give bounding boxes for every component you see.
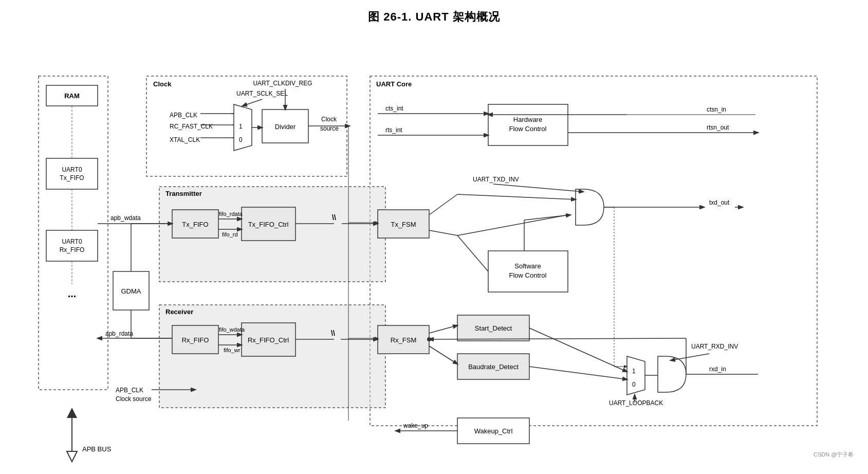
svg-line-111 (529, 328, 627, 372)
svg-text:rts_int: rts_int (385, 126, 402, 134)
svg-rect-33 (488, 251, 568, 292)
svg-text:RAM: RAM (64, 92, 80, 100)
svg-text:fifo_wr: fifo_wr (224, 347, 241, 353)
svg-text:APB_CLK: APB_CLK (170, 112, 197, 119)
svg-text:rtsn_out: rtsn_out (707, 124, 729, 131)
svg-text:Flow Control: Flow Control (509, 125, 546, 133)
svg-text:Divider: Divider (274, 123, 296, 131)
svg-text:Rx_FIFO: Rx_FIFO (181, 336, 209, 344)
svg-rect-13 (113, 271, 149, 310)
svg-text:RC_FAST_CLK: RC_FAST_CLK (170, 123, 213, 130)
svg-rect-52 (457, 354, 529, 379)
svg-rect-2 (370, 76, 817, 426)
svg-text:Tx_FIFO: Tx_FIFO (60, 174, 84, 181)
svg-text:Software: Software (514, 262, 541, 270)
svg-rect-41 (378, 210, 429, 238)
svg-text:Clock source: Clock source (116, 395, 152, 403)
svg-text:UART0: UART0 (62, 166, 82, 173)
svg-text:XTAL_CLK: XTAL_CLK (170, 136, 200, 143)
svg-line-82 (457, 215, 568, 235)
svg-text:Rx_FSM: Rx_FSM (390, 336, 416, 344)
page-title: 图 26-1. UART 架构概况 (0, 0, 868, 30)
svg-text:Start_Detect: Start_Detect (474, 324, 512, 332)
svg-rect-0 (39, 76, 108, 390)
svg-rect-7 (46, 158, 98, 189)
svg-text:UART_LOOPBACK: UART_LOOPBACK (609, 399, 663, 407)
svg-text:UART0: UART0 (62, 238, 82, 245)
svg-line-81 (457, 194, 576, 199)
svg-text:Tx_FIFO: Tx_FIFO (182, 221, 208, 228)
svg-text:Clock: Clock (153, 80, 172, 88)
svg-text:Rx_FIFO_Ctrl: Rx_FIFO_Ctrl (247, 336, 288, 344)
svg-point-125 (427, 337, 431, 341)
svg-line-87 (457, 235, 488, 271)
svg-text:Wakeup_Ctrl: Wakeup_Ctrl (474, 427, 512, 435)
svg-text:0: 0 (239, 136, 243, 143)
svg-marker-19 (234, 104, 252, 151)
svg-text:rxd_in: rxd_in (709, 366, 726, 373)
svg-text:1: 1 (632, 368, 636, 375)
svg-text:wake_up: wake_up (403, 422, 428, 429)
svg-rect-30 (488, 104, 568, 145)
svg-text:APB BUS: APB BUS (82, 445, 112, 453)
svg-text:UART_SCLK_SEL: UART_SCLK_SEL (236, 90, 288, 97)
svg-text:Baudrate_Detect: Baudrate_Detect (468, 363, 519, 371)
svg-text:cts_int: cts_int (385, 105, 403, 112)
svg-text:UART_RXD_INV: UART_RXD_INV (691, 343, 738, 350)
svg-rect-10 (46, 230, 98, 261)
svg-text:APB_CLK: APB_CLK (116, 387, 143, 394)
svg-text:Clock: Clock (321, 116, 337, 123)
svg-text:Receiver: Receiver (165, 308, 193, 316)
svg-line-79 (429, 194, 457, 215)
svg-text:\\: \\ (331, 329, 335, 337)
svg-text:source: source (320, 125, 339, 132)
svg-rect-44 (172, 325, 218, 354)
svg-line-112 (529, 367, 627, 379)
svg-rect-50 (457, 315, 529, 341)
svg-text:1: 1 (239, 123, 243, 130)
svg-text:Tx_FIFO_Ctrl: Tx_FIFO_Ctrl (248, 221, 288, 228)
svg-marker-56 (627, 356, 645, 395)
svg-rect-39 (242, 207, 296, 241)
svg-text:UART_CLKDIV_REG: UART_CLKDIV_REG (253, 80, 312, 87)
svg-line-109 (429, 325, 457, 333)
svg-rect-5 (46, 85, 98, 106)
watermark: CSDN @宁子希 (814, 451, 854, 459)
svg-text:UART_TXD_INV: UART_TXD_INV (473, 176, 519, 183)
svg-text:apb_rdata: apb_rdata (105, 330, 133, 337)
svg-line-110 (429, 346, 457, 364)
svg-text:GDMA: GDMA (121, 287, 141, 295)
diagram: RAM UART0 Tx_FIFO UART0 Rx_FIFO GDMA ...… (10, 30, 858, 462)
svg-text:Transmitter: Transmitter (165, 190, 202, 197)
svg-line-84 (493, 184, 583, 192)
svg-marker-132 (67, 408, 77, 418)
svg-rect-4 (159, 305, 385, 408)
svg-text:Flow Control: Flow Control (509, 271, 546, 279)
svg-text:ctsn_in: ctsn_in (707, 106, 726, 113)
svg-line-117 (429, 338, 686, 339)
svg-rect-48 (378, 325, 429, 354)
svg-rect-46 (242, 323, 296, 356)
svg-text:...: ... (67, 288, 76, 299)
svg-line-80 (429, 230, 457, 235)
svg-marker-133 (67, 451, 77, 462)
svg-rect-3 (159, 187, 385, 282)
svg-rect-37 (172, 210, 218, 238)
svg-line-89 (524, 215, 570, 220)
svg-line-121 (671, 354, 709, 360)
svg-text:txd_out: txd_out (709, 199, 730, 206)
diagram-svg: RAM UART0 Tx_FIFO UART0 Rx_FIFO GDMA ...… (10, 30, 858, 462)
svg-text:fifo_rdata: fifo_rdata (219, 211, 243, 217)
svg-text:UART Core: UART Core (376, 80, 412, 88)
svg-text:apb_wdata: apb_wdata (110, 214, 141, 222)
svg-text:fifo_rd: fifo_rd (222, 231, 238, 238)
svg-rect-1 (146, 76, 347, 176)
svg-text:Hardware: Hardware (513, 116, 542, 123)
svg-text:fifo_wdata: fifo_wdata (219, 326, 245, 333)
svg-text:\\: \\ (332, 213, 336, 222)
svg-line-65 (243, 99, 262, 106)
svg-text:Rx_FIFO: Rx_FIFO (59, 246, 84, 253)
svg-text:Tx_FSM: Tx_FSM (391, 221, 416, 228)
svg-rect-54 (457, 418, 529, 444)
svg-text:0: 0 (632, 381, 636, 388)
